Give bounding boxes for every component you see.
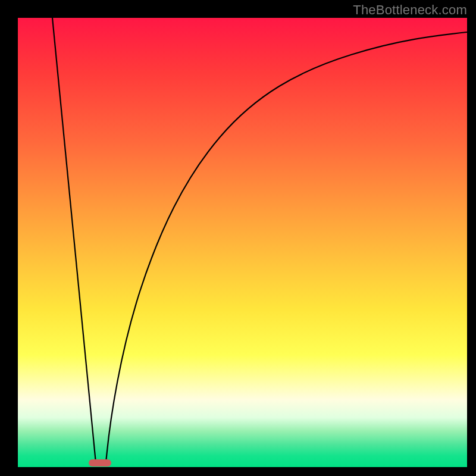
chart-frame: TheBottleneck.com (0, 0, 476, 476)
curve-left-branch (52, 18, 96, 463)
curve-right-branch (106, 32, 467, 463)
bottleneck-curve (18, 18, 467, 467)
plot-area (18, 18, 467, 467)
optimal-marker (89, 459, 111, 466)
watermark-text: TheBottleneck.com (353, 2, 467, 18)
